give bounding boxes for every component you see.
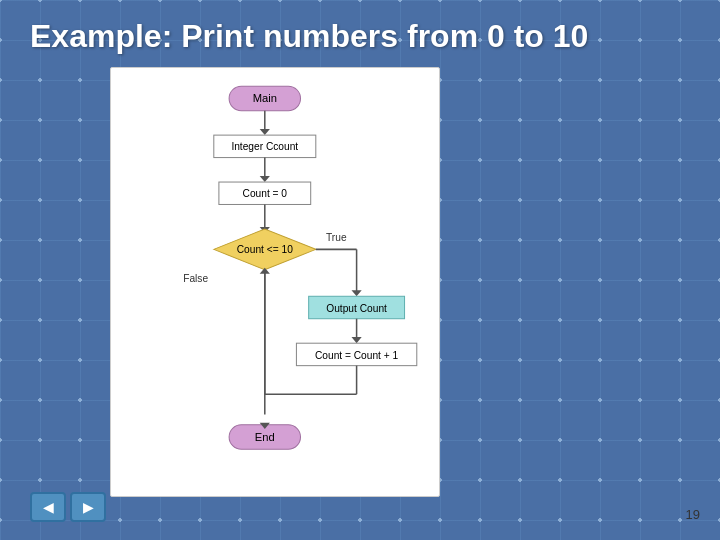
forward-button[interactable]: ▶	[70, 492, 106, 522]
svg-marker-18	[352, 290, 362, 296]
slide-container: Example: Print numbers from 0 to 10 Main…	[0, 0, 720, 540]
svg-text:Output Count: Output Count	[326, 303, 387, 314]
flowchart-box: Main Integer Ccount Count = 0 Count <= 1…	[110, 67, 440, 497]
svg-text:Count = Count + 1: Count = Count + 1	[315, 350, 399, 361]
back-button[interactable]: ◀	[30, 492, 66, 522]
svg-text:False: False	[183, 273, 208, 284]
svg-marker-7	[260, 176, 270, 182]
flowchart-svg: Main Integer Ccount Count = 0 Count <= 1…	[121, 78, 429, 486]
slide-title: Example: Print numbers from 0 to 10	[30, 18, 588, 55]
svg-text:Integer Ccount: Integer Ccount	[231, 141, 298, 152]
page-number: 19	[686, 507, 700, 522]
svg-marker-3	[260, 129, 270, 135]
nav-buttons: ◀ ▶	[30, 492, 106, 522]
svg-text:Count = 0: Count = 0	[243, 188, 288, 199]
svg-text:Main: Main	[253, 92, 277, 104]
svg-text:True: True	[326, 232, 347, 243]
svg-marker-22	[352, 337, 362, 343]
svg-text:Count <= 10: Count <= 10	[237, 244, 293, 255]
svg-text:End: End	[255, 431, 275, 443]
